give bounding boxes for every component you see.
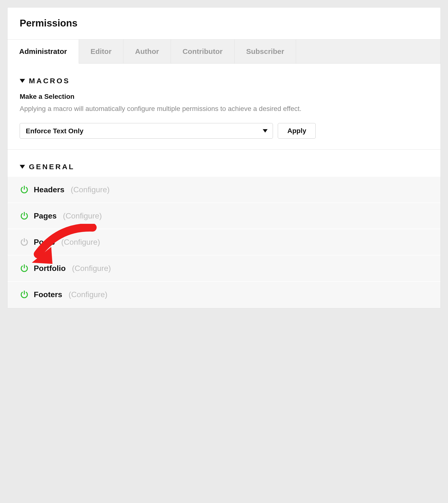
power-icon[interactable] xyxy=(20,211,29,220)
permission-row-title: Portfolio xyxy=(34,264,66,273)
tab-editor[interactable]: Editor xyxy=(79,40,124,63)
chevron-down-icon xyxy=(20,79,25,83)
permission-row-title: Headers xyxy=(34,185,64,194)
permission-row-title: Footers xyxy=(34,290,62,299)
permission-row-pages[interactable]: Pages(Configure) xyxy=(8,203,440,229)
macros-subhead: Make a Selection xyxy=(20,93,428,100)
macros-title: MACROS xyxy=(29,77,70,85)
tab-subscriber[interactable]: Subscriber xyxy=(235,40,296,63)
configure-link[interactable]: (Configure) xyxy=(61,238,100,247)
macros-description: Applying a macro will automatically conf… xyxy=(20,104,428,113)
apply-button[interactable]: Apply xyxy=(278,123,316,139)
macro-select[interactable]: Enforce Text Only xyxy=(20,123,273,139)
general-title: GENERAL xyxy=(29,163,75,171)
permission-row-title: Posts xyxy=(34,238,55,247)
power-icon[interactable] xyxy=(20,290,29,299)
tab-contributor[interactable]: Contributor xyxy=(171,40,235,63)
macros-controls: Enforce Text Only Apply xyxy=(20,123,428,139)
macro-select-wrap: Enforce Text Only xyxy=(20,123,273,139)
permission-row-posts[interactable]: Posts(Configure) xyxy=(8,229,440,255)
permission-row-footers[interactable]: Footers(Configure) xyxy=(8,282,440,308)
general-section: GENERAL xyxy=(8,150,440,177)
permission-row-portfolio[interactable]: Portfolio(Configure) xyxy=(8,255,440,282)
page-title: Permissions xyxy=(20,18,428,29)
power-icon[interactable] xyxy=(20,264,29,273)
configure-link[interactable]: (Configure) xyxy=(63,211,102,220)
configure-link[interactable]: (Configure) xyxy=(68,290,107,299)
permissions-panel: Permissions AdministratorEditorAuthorCon… xyxy=(7,7,441,308)
macros-header[interactable]: MACROS xyxy=(20,77,428,85)
macros-section: MACROS Make a Selection Applying a macro… xyxy=(8,63,440,150)
power-icon[interactable] xyxy=(20,185,29,194)
configure-link[interactable]: (Configure) xyxy=(71,185,110,194)
role-tabs: AdministratorEditorAuthorContributorSubs… xyxy=(8,40,440,63)
general-rows: Headers(Configure)Pages(Configure)Posts(… xyxy=(8,177,440,308)
tab-administrator[interactable]: Administrator xyxy=(8,40,79,63)
permission-row-headers[interactable]: Headers(Configure) xyxy=(8,177,440,203)
general-header[interactable]: GENERAL xyxy=(20,163,428,171)
panel-header: Permissions xyxy=(8,8,440,40)
tab-author[interactable]: Author xyxy=(123,40,171,63)
chevron-down-icon xyxy=(20,165,25,169)
power-icon[interactable] xyxy=(20,237,29,247)
configure-link[interactable]: (Configure) xyxy=(72,264,111,273)
permission-row-title: Pages xyxy=(34,211,57,220)
